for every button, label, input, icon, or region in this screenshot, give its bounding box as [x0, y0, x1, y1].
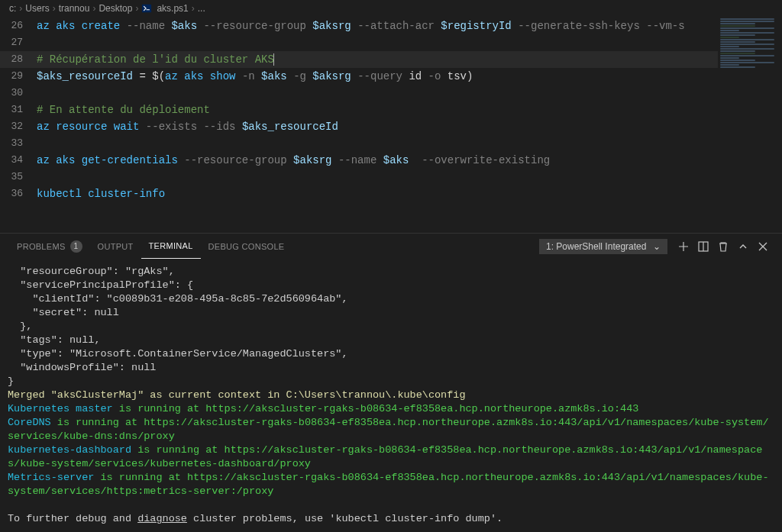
code-line[interactable]: 31# En attente du déploiement — [0, 102, 718, 118]
line-number: 35 — [0, 169, 37, 185]
split-terminal-button[interactable] — [693, 237, 713, 256]
editor-area[interactable]: 26az aks create --name $aks --resource-g… — [0, 18, 782, 233]
code-line[interactable]: 26az aks create --name $aks --resource-g… — [0, 18, 718, 34]
kill-terminal-button[interactable] — [713, 237, 733, 256]
line-number: 29 — [0, 68, 37, 85]
tab-terminal[interactable]: TERMINAL — [141, 234, 201, 259]
line-number: 31 — [0, 102, 37, 118]
close-panel-button[interactable] — [753, 237, 773, 256]
tab-label: PROBLEMS — [17, 242, 66, 251]
breadcrumb-part[interactable]: c: — [9, 3, 16, 14]
chevron-down-icon: ⌄ — [653, 241, 661, 252]
tab-label: OUTPUT — [98, 242, 134, 251]
tab-problems[interactable]: PROBLEMS 1 — [9, 234, 90, 259]
line-number: 32 — [0, 118, 37, 135]
code-line[interactable]: 32az resource wait --exists --ids $aks_r… — [0, 118, 718, 135]
chevron-right-icon: › — [192, 3, 195, 14]
chevron-right-icon: › — [53, 3, 56, 14]
text-cursor — [273, 53, 274, 66]
code-line[interactable]: 34az aks get-credentials --resource-grou… — [0, 152, 718, 169]
line-number: 36 — [0, 185, 37, 202]
terminal-output[interactable]: "resourceGroup": "rgAks", "servicePrinci… — [0, 259, 782, 532]
line-number: 28 — [0, 51, 37, 68]
terminal-selector[interactable]: 1: PowerShell Integrated ⌄ — [539, 239, 667, 254]
line-number: 34 — [0, 152, 37, 169]
breadcrumb-part[interactable]: Users — [25, 3, 49, 14]
new-terminal-button[interactable] — [674, 237, 693, 256]
line-number: 26 — [0, 18, 37, 34]
problems-badge: 1 — [70, 240, 82, 253]
terminal-selector-label: 1: PowerShell Integrated — [546, 241, 648, 252]
line-number: 30 — [0, 85, 37, 102]
line-number: 27 — [0, 34, 37, 51]
chevron-right-icon: › — [92, 3, 95, 14]
line-number: 33 — [0, 135, 37, 152]
tab-output[interactable]: OUTPUT — [90, 234, 141, 259]
breadcrumb-part[interactable]: Desktop — [99, 3, 132, 14]
chevron-right-icon: › — [19, 3, 22, 14]
breadcrumb-file[interactable]: aks.ps1 — [157, 3, 188, 14]
chevron-right-icon: › — [135, 3, 138, 14]
code-line[interactable]: 30 — [0, 85, 718, 102]
breadcrumb: c: › Users › trannou › Desktop › aks.ps1… — [0, 0, 782, 18]
code-line[interactable]: 33 — [0, 135, 718, 152]
code-line[interactable]: 35 — [0, 169, 718, 185]
code-line[interactable]: 36kubectl cluster-info — [0, 185, 718, 202]
powershell-file-icon — [141, 3, 152, 14]
minimap[interactable] — [718, 18, 782, 233]
svg-rect-0 — [142, 5, 151, 13]
maximize-panel-button[interactable] — [733, 237, 753, 256]
tab-debug-console[interactable]: DEBUG CONSOLE — [201, 234, 292, 259]
code-line[interactable]: 27 — [0, 34, 718, 51]
code-line[interactable]: 28# Récupération de l'id du cluster AKS — [0, 51, 718, 68]
code-line[interactable]: 29$aks_resourceId = $(az aks show -n $ak… — [0, 68, 718, 85]
tab-label: TERMINAL — [149, 241, 193, 250]
tab-label: DEBUG CONSOLE — [208, 242, 285, 251]
panel-tab-bar: PROBLEMS 1 OUTPUT TERMINAL DEBUG CONSOLE… — [0, 233, 782, 259]
breadcrumb-part[interactable]: trannou — [59, 3, 90, 14]
breadcrumb-tail[interactable]: ... — [198, 3, 205, 14]
